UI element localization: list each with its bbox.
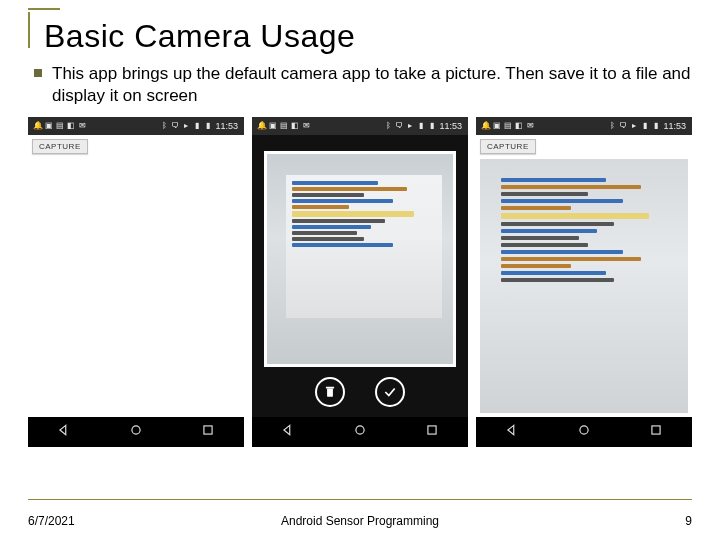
phone-screenshot-2: 🔔 ▣ ▤ ◧ ✉ ᛒ 🗨 ▸ ▮ ▮ 11:53 [252,117,468,447]
square-icon: ▣ [45,122,53,130]
screenshots-row: 🔔 ▣ ▤ ◧ ✉ ᛒ 🗨 ▸ ▮ ▮ 11:53 CAPTURE [28,117,692,447]
status-bar: 🔔 ▣ ▤ ◧ ✉ ᛒ 🗨 ▸ ▮ ▮ 11:53 [476,117,692,135]
app-icon: ◧ [291,122,299,130]
footer-course: Android Sensor Programming [281,514,439,528]
slide: Basic Camera Usage This app brings up th… [0,0,720,540]
square-icon: ▣ [493,122,501,130]
status-time: 11:53 [439,121,462,131]
status-left: 🔔 ▣ ▤ ◧ ✉ [258,122,310,130]
signal-icon: ▮ [193,122,201,130]
nav-home-icon[interactable] [577,423,591,441]
camera-viewfinder [252,135,468,417]
bell-icon: 🔔 [34,122,42,130]
svg-rect-1 [204,426,212,434]
bluetooth-icon: ᛒ [384,122,392,130]
confirm-button[interactable] [375,377,405,407]
nav-back-icon[interactable] [505,423,519,441]
capture-button[interactable]: CAPTURE [32,139,88,154]
nav-bar [28,417,244,447]
phone-screenshot-1: 🔔 ▣ ▤ ◧ ✉ ᛒ 🗨 ▸ ▮ ▮ 11:53 CAPTURE [28,117,244,447]
app-content-result: CAPTURE [476,135,692,417]
svg-rect-5 [428,426,436,434]
discard-button[interactable] [315,377,345,407]
nav-bar [252,417,468,447]
title-block: Basic Camera Usage [28,18,692,55]
photo-content-code [286,175,442,318]
svg-point-6 [580,426,588,434]
phone-screenshot-3: 🔔 ▣ ▤ ◧ ✉ ᛒ 🗨 ▸ ▮ ▮ 11:53 CAPTURE [476,117,692,447]
nav-recent-icon[interactable] [425,423,439,441]
mail-icon: ✉ [78,122,86,130]
nav-back-icon[interactable] [281,423,295,441]
status-left: 🔔 ▣ ▤ ◧ ✉ [34,122,86,130]
bullet-text: This app brings up the default camera ap… [52,63,692,107]
svg-rect-3 [326,387,334,389]
wifi-signal-icon: ▸ [182,122,190,130]
title-accent-top [28,8,60,10]
nav-back-icon[interactable] [57,423,71,441]
chat-icon: 🗨 [171,122,179,130]
signal-icon: ▮ [417,122,425,130]
chat-icon: 🗨 [619,122,627,130]
wifi-icon: ▤ [280,122,288,130]
battery-icon: ▮ [428,122,436,130]
wifi-signal-icon: ▸ [630,122,638,130]
status-left: 🔔 ▣ ▤ ◧ ✉ [482,122,534,130]
footer-date: 6/7/2021 [28,514,75,528]
nav-bar [476,417,692,447]
svg-point-0 [132,426,140,434]
status-bar: 🔔 ▣ ▤ ◧ ✉ ᛒ 🗨 ▸ ▮ ▮ 11:53 [28,117,244,135]
result-photo-content [497,174,680,387]
footer-page: 9 [685,514,692,528]
battery-icon: ▮ [652,122,660,130]
capture-button[interactable]: CAPTURE [480,139,536,154]
camera-controls [252,367,468,417]
svg-rect-2 [327,389,333,397]
app-icon: ◧ [515,122,523,130]
status-right: ᛒ 🗨 ▸ ▮ ▮ 11:53 [384,121,462,131]
nav-recent-icon[interactable] [201,423,215,441]
wifi-signal-icon: ▸ [406,122,414,130]
status-time: 11:53 [215,121,238,131]
footer-rule [28,499,692,500]
wifi-icon: ▤ [56,122,64,130]
result-image [480,159,688,413]
nav-home-icon[interactable] [353,423,367,441]
square-icon: ▣ [269,122,277,130]
title-accent-left [28,12,30,48]
bluetooth-icon: ᛒ [160,122,168,130]
chat-icon: 🗨 [395,122,403,130]
slide-footer: 6/7/2021 Android Sensor Programming 9 [28,514,692,528]
status-time: 11:53 [663,121,686,131]
status-right: ᛒ 🗨 ▸ ▮ ▮ 11:53 [160,121,238,131]
svg-point-4 [356,426,364,434]
mail-icon: ✉ [302,122,310,130]
bell-icon: 🔔 [482,122,490,130]
signal-icon: ▮ [641,122,649,130]
status-bar: 🔔 ▣ ▤ ◧ ✉ ᛒ 🗨 ▸ ▮ ▮ 11:53 [252,117,468,135]
bullet-square-icon [34,69,42,77]
status-right: ᛒ 🗨 ▸ ▮ ▮ 11:53 [608,121,686,131]
nav-recent-icon[interactable] [649,423,663,441]
nav-home-icon[interactable] [129,423,143,441]
bullet-item: This app brings up the default camera ap… [34,63,692,107]
slide-title: Basic Camera Usage [28,18,692,55]
svg-rect-7 [652,426,660,434]
app-icon: ◧ [67,122,75,130]
photo-preview [264,151,456,367]
bell-icon: 🔔 [258,122,266,130]
bluetooth-icon: ᛒ [608,122,616,130]
wifi-icon: ▤ [504,122,512,130]
app-content-blank: CAPTURE [28,135,244,417]
battery-icon: ▮ [204,122,212,130]
mail-icon: ✉ [526,122,534,130]
